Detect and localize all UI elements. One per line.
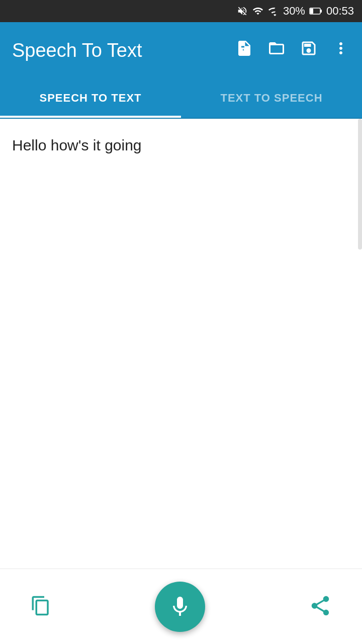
mute-icon (237, 6, 248, 17)
status-icons: 30% 00:53 (237, 5, 354, 18)
new-file-button[interactable] (235, 39, 253, 62)
mic-button[interactable] (155, 582, 205, 632)
more-options-button[interactable] (332, 39, 350, 62)
main-content: Hello how's it going (0, 119, 362, 572)
transcribed-text: Hello how's it going (12, 137, 142, 153)
tab-bar: SPEECH TO TEXT TEXT TO SPEECH (0, 78, 362, 119)
scrollbar (358, 119, 362, 250)
bottom-bar (0, 569, 362, 644)
copy-button[interactable] (30, 595, 51, 618)
app-bar-actions (235, 39, 350, 62)
share-button[interactable] (309, 594, 332, 619)
svg-rect-1 (320, 10, 322, 13)
open-folder-button[interactable] (267, 39, 286, 62)
signal-icon (268, 6, 279, 17)
app-bar: Speech To Text (0, 22, 362, 78)
svg-rect-2 (310, 9, 313, 14)
wifi-icon (252, 6, 264, 17)
app-title: Speech To Text (12, 40, 235, 61)
tab-speech-to-text[interactable]: SPEECH TO TEXT (0, 78, 181, 118)
tab-text-to-speech[interactable]: TEXT TO SPEECH (181, 78, 362, 118)
time-display: 00:53 (326, 5, 354, 18)
battery-icon (309, 6, 322, 17)
save-button[interactable] (300, 39, 318, 62)
battery-level: 30% (283, 5, 305, 18)
status-bar: 30% 00:53 (0, 0, 362, 22)
